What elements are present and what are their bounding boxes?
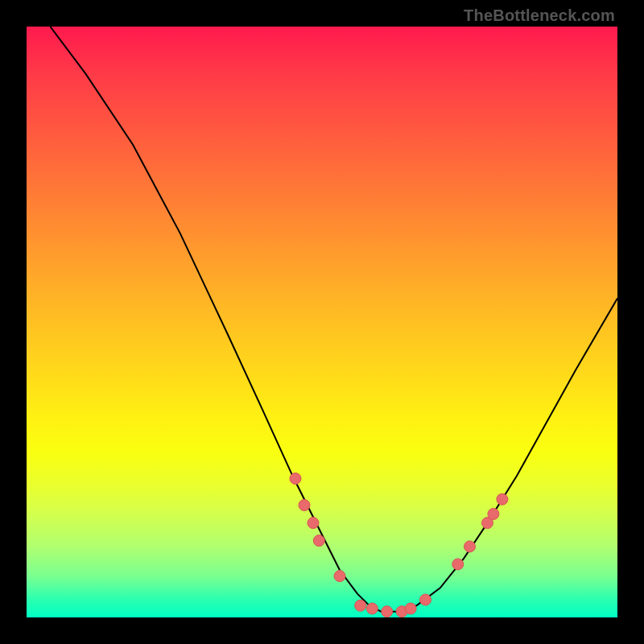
chart-svg xyxy=(27,27,617,617)
data-point xyxy=(452,559,464,570)
plot-area xyxy=(27,27,617,617)
data-point xyxy=(290,473,301,485)
data-points-group xyxy=(290,473,508,617)
data-point xyxy=(405,603,416,614)
data-point xyxy=(308,518,319,529)
data-point xyxy=(488,509,499,520)
attribution-text: TheBottleneck.com xyxy=(464,6,615,25)
data-point xyxy=(420,594,431,605)
bottleneck-curve xyxy=(50,27,617,612)
data-point xyxy=(313,535,324,547)
data-point xyxy=(382,606,393,617)
data-point xyxy=(355,600,366,611)
data-point xyxy=(334,571,345,582)
data-point xyxy=(497,493,508,505)
data-point xyxy=(299,500,310,511)
data-point xyxy=(366,603,378,614)
data-point xyxy=(464,541,476,552)
chart-frame: TheBottleneck.com xyxy=(0,0,644,644)
